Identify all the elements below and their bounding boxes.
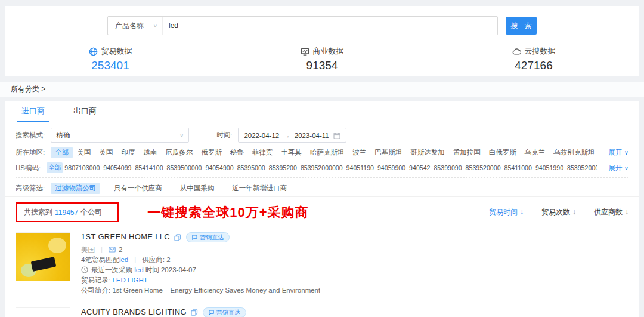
- hs-code-label: HS编码:: [16, 164, 41, 173]
- time-label: 时间:: [216, 131, 232, 140]
- hs-chip[interactable]: 85414100: [133, 163, 165, 173]
- company-photo: [16, 232, 70, 281]
- result-count: 119457: [55, 208, 78, 217]
- stat-label: 贸易数据: [101, 46, 132, 57]
- tab-exporters[interactable]: 出口商: [72, 101, 98, 122]
- trade-record-value[interactable]: LED LIGHT: [112, 276, 147, 285]
- hs-chip[interactable]: 85399090: [432, 163, 463, 173]
- sort-item[interactable]: 贸易次数↓: [541, 207, 576, 217]
- filters: 搜索模式: 精确 ∨ 时间: 2022-04-12 → 2023-04-11 所…: [5, 122, 639, 194]
- company-row[interactable]: 1ST GREEN HOME LLC 营销直达 美国 | 2 4笔贸易匹配led…: [5, 226, 639, 301]
- advanced-chip[interactable]: 只有一个供应商: [110, 183, 166, 194]
- monitor-icon: [301, 47, 309, 56]
- region-expand-link[interactable]: 展开 ∨: [608, 148, 628, 157]
- stat-business-data[interactable]: 商业数据 91354: [216, 45, 428, 73]
- hs-expand-link[interactable]: 展开 ∨: [608, 164, 628, 173]
- profile-label: 公司简介:: [81, 286, 110, 295]
- region-chip[interactable]: 乌兹别克斯坦: [549, 147, 597, 158]
- results-panel: 进口商 出口商 搜索模式: 精确 ∨ 时间: 2022-04-12 → 2023…: [5, 101, 639, 317]
- region-chip[interactable]: 越南: [139, 147, 161, 158]
- stat-cloud-search-data[interactable]: 云搜数据 427166: [428, 45, 639, 73]
- hs-chip[interactable]: 8539520000: [464, 163, 503, 173]
- region-label: 所在地区:: [16, 148, 45, 157]
- marketing-badge[interactable]: 营销直达: [186, 232, 230, 242]
- sort-item[interactable]: 供应商数↓: [594, 207, 628, 217]
- region-chip[interactable]: 土耳其: [277, 147, 306, 158]
- hs-chip[interactable]: 85411000: [503, 163, 534, 173]
- region-chip[interactable]: 波兰: [348, 147, 370, 158]
- region-chip[interactable]: 厄瓜多尔: [161, 147, 197, 158]
- date-range-picker[interactable]: 2022-04-12 → 2023-04-11: [238, 128, 346, 143]
- sort-item[interactable]: 贸易时间↓: [489, 207, 524, 217]
- last-purchase-label: 最近一次采购: [91, 266, 132, 275]
- hs-chip[interactable]: 全部: [47, 162, 63, 173]
- annotation-text: 一键搜索全球10万+采购商: [147, 204, 308, 221]
- search-category-label: 产品名称: [115, 21, 144, 31]
- trade-match-keyword: led: [119, 256, 128, 264]
- region-chip[interactable]: 巴基斯坦: [370, 147, 406, 158]
- hs-chip[interactable]: 853952000000: [299, 163, 345, 173]
- profile-text: 1st Green Home – Energy Efficiency Saves…: [112, 286, 320, 295]
- region-chip[interactable]: 英国: [95, 147, 117, 158]
- hs-chip[interactable]: 9807103000: [63, 163, 101, 173]
- date-range-arrow: →: [283, 132, 290, 139]
- advanced-filter-label: 高级筛选:: [16, 184, 45, 193]
- count-suffix: 个公司: [80, 207, 102, 217]
- suppliers-value: 2: [166, 256, 170, 264]
- hs-chip[interactable]: 8539500000: [165, 163, 204, 173]
- advanced-chip[interactable]: 从中国采购: [176, 183, 219, 194]
- company-row[interactable]: AcuityBrands ACUITY BRANDS LIGHTING 营销直达…: [5, 301, 639, 317]
- search-mode-select[interactable]: 精确 ∨: [51, 128, 189, 143]
- breadcrumb[interactable]: 所有分类 >: [0, 82, 644, 97]
- trade-match-text: 4笔贸易匹配: [81, 256, 119, 264]
- region-chip[interactable]: 菲律宾: [248, 147, 277, 158]
- copy-icon[interactable]: [191, 309, 198, 316]
- region-chip[interactable]: 哥斯达黎加: [406, 147, 449, 158]
- hs-chip[interactable]: 85395200: [267, 163, 299, 173]
- hs-chip[interactable]: 94054900: [203, 163, 235, 173]
- stats-row: 贸易数据 253401 商业数据 91354 云搜数据 427166: [5, 45, 639, 73]
- tab-bar: 进口商 出口商: [5, 101, 639, 122]
- search-category-select[interactable]: 产品名称 ∨: [108, 17, 163, 35]
- tab-importers[interactable]: 进口商: [20, 101, 46, 122]
- copy-icon[interactable]: [174, 234, 181, 241]
- region-chip[interactable]: 俄罗斯: [197, 147, 226, 158]
- region-chip[interactable]: 美国: [73, 147, 95, 158]
- hs-chip[interactable]: 94051990: [534, 163, 565, 173]
- hs-chip[interactable]: 8539520009: [565, 163, 597, 173]
- marketing-badge[interactable]: 营销直达: [203, 307, 246, 317]
- stat-value: 91354: [216, 59, 428, 72]
- search-input[interactable]: [163, 21, 497, 30]
- company-name[interactable]: ACUITY BRANDS LIGHTING: [81, 307, 187, 317]
- advanced-chip[interactable]: 近一年新增进口商: [228, 183, 291, 194]
- region-chip[interactable]: 孟加拉国: [449, 147, 485, 158]
- last-purchase-keyword: led: [134, 266, 143, 275]
- hs-chip[interactable]: 85395000: [236, 163, 267, 173]
- hs-chip[interactable]: 94059900: [376, 163, 407, 173]
- company-name[interactable]: 1ST GREEN HOME LLC: [81, 232, 170, 242]
- stat-value: 427166: [428, 59, 639, 72]
- advanced-chip[interactable]: 过滤物流公司: [51, 183, 100, 194]
- hs-chip[interactable]: 940542: [407, 163, 432, 173]
- chevron-down-icon: ∨: [624, 149, 628, 156]
- company-country: 美国: [81, 245, 95, 254]
- region-chip[interactable]: 秘鲁: [226, 147, 248, 158]
- chevron-down-icon: ∨: [179, 132, 184, 139]
- region-chip[interactable]: 印度: [117, 147, 139, 158]
- hs-chip[interactable]: 94054099: [101, 163, 133, 173]
- search-button[interactable]: 搜 索: [506, 17, 537, 35]
- region-chip-list: 全部美国英国印度越南厄瓜多尔俄罗斯秘鲁菲律宾土耳其哈萨克斯坦波兰巴基斯坦哥斯达黎…: [51, 147, 597, 158]
- company-logo: AcuityBrands: [16, 307, 70, 317]
- date-from: 2022-04-12: [244, 132, 279, 139]
- stat-trade-data[interactable]: 贸易数据 253401: [5, 45, 216, 73]
- last-purchase-date: 2023-04-07: [161, 266, 196, 275]
- region-chip[interactable]: 乌克兰: [521, 147, 550, 158]
- region-chip[interactable]: 全部: [51, 147, 73, 158]
- sort-down-icon: ↓: [572, 208, 576, 216]
- search-box: 产品名称 ∨: [107, 16, 498, 35]
- region-chip[interactable]: 白俄罗斯: [485, 147, 521, 158]
- search-mode-label: 搜索模式:: [16, 131, 45, 140]
- region-chip[interactable]: 哈萨克斯坦: [306, 147, 349, 158]
- last-purchase-time-label: 时间: [145, 266, 159, 275]
- hs-chip[interactable]: 94051190: [345, 163, 376, 173]
